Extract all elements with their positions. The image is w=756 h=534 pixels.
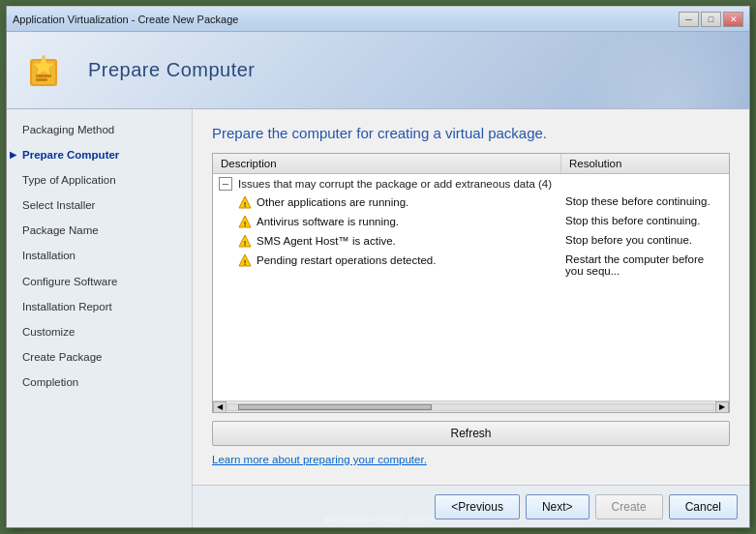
sidebar-item-create-package[interactable]: Create Package (7, 344, 192, 370)
row-res-3: Restart the computer before you sequ... (561, 253, 723, 277)
sidebar-item-configure-software[interactable]: Configure Software (7, 269, 192, 294)
minimize-button[interactable]: ─ (679, 12, 699, 27)
sidebar-item-installation[interactable]: Installation (7, 243, 192, 268)
warning-icon-2: ! (238, 234, 252, 248)
warning-icon-1: ! (238, 215, 252, 228)
sidebar-item-completion[interactable]: Completion (7, 370, 192, 395)
sidebar-item-type-application[interactable]: Type of Application (7, 167, 192, 193)
warning-icon-0: ! (238, 195, 252, 209)
table-row: ! Other applications are running. Stop t… (213, 193, 729, 213)
group-header: ─ Issues that may corrupt the package or… (213, 174, 729, 193)
table-body: ─ Issues that may corrupt the package or… (213, 174, 729, 400)
page-title: Prepare the computer for creating a virt… (212, 125, 730, 141)
maximize-button[interactable]: □ (701, 12, 721, 27)
row-res-2: Stop before you continue. (561, 234, 723, 246)
next-button[interactable]: Next> (526, 494, 590, 519)
header-banner: Prepare Computer (7, 32, 749, 109)
col-description-header: Description (213, 154, 561, 173)
learn-more-link[interactable]: Learn more about preparing your computer… (212, 454, 730, 465)
body-layout: Packaging Method Prepare Computer Type o… (7, 109, 749, 527)
previous-button[interactable]: <Previous (435, 494, 520, 519)
svg-text:!: ! (244, 239, 247, 248)
table-row: ! SMS Agent Host™ is active. Stop before… (213, 232, 729, 252)
window-title: Application Virtualization - Create New … (13, 14, 238, 25)
svg-text:!: ! (244, 220, 247, 228)
table-header: Description Resolution (213, 154, 729, 174)
col-resolution-header: Resolution (561, 154, 729, 173)
scroll-right-button[interactable]: ▶ (715, 401, 729, 413)
page-header-title: Prepare Computer (88, 59, 256, 81)
row-desc-0: ! Other applications are running. (238, 195, 561, 209)
title-bar-buttons: ─ □ ✕ (679, 12, 743, 27)
right-panel: Prepare the computer for creating a virt… (193, 109, 749, 527)
svg-text:!: ! (244, 200, 247, 209)
footer-bar: <Previous Next> Create Cancel (193, 485, 749, 527)
scroll-track[interactable] (227, 403, 714, 411)
table-row: ! Pending restart operations detected. R… (213, 252, 729, 279)
create-button: Create (595, 494, 663, 519)
warning-icon-3: ! (238, 253, 252, 267)
sidebar-item-package-name[interactable]: Package Name (7, 218, 192, 243)
horizontal-scrollbar[interactable]: ◀ ▶ (213, 400, 729, 412)
row-desc-3: ! Pending restart operations detected. (238, 253, 561, 267)
sidebar-item-installation-report[interactable]: Installation Report (7, 294, 192, 319)
svg-text:!: ! (244, 258, 247, 267)
svg-rect-3 (36, 74, 51, 77)
main-inner: Prepare the computer for creating a virt… (193, 109, 749, 485)
title-bar: Application Virtualization - Create New … (7, 7, 749, 32)
svg-rect-4 (36, 78, 47, 81)
sidebar-item-packaging-method[interactable]: Packaging Method (7, 117, 192, 142)
sidebar-item-select-installer[interactable]: Select Installer (7, 193, 192, 218)
group-label: Issues that may corrupt the package or a… (238, 178, 552, 190)
expand-icon[interactable]: ─ (219, 177, 232, 191)
close-button[interactable]: ✕ (723, 12, 743, 27)
refresh-button[interactable]: Refresh (212, 421, 730, 446)
issues-table: Description Resolution ─ Issues that may… (212, 153, 730, 413)
window-layout: Prepare Computer Packaging Method Prepar… (7, 32, 749, 527)
cancel-button[interactable]: Cancel (669, 494, 738, 519)
row-desc-2: ! SMS Agent Host™ is active. (238, 234, 561, 248)
row-res-0: Stop these before continuing. (561, 195, 723, 207)
sidebar: Packaging Method Prepare Computer Type o… (7, 109, 193, 527)
row-desc-1: ! Antivirus software is running. (238, 215, 561, 228)
sidebar-item-prepare-computer[interactable]: Prepare Computer (7, 142, 192, 167)
main-window: Application Virtualization - Create New … (6, 6, 750, 528)
scroll-left-button[interactable]: ◀ (213, 401, 227, 413)
table-row: ! Antivirus software is running. Stop th… (213, 213, 729, 232)
scroll-thumb[interactable] (238, 404, 432, 410)
row-res-1: Stop this before continuing. (561, 215, 723, 226)
app-icon (26, 47, 73, 94)
sidebar-item-customize[interactable]: Customize (7, 319, 192, 344)
